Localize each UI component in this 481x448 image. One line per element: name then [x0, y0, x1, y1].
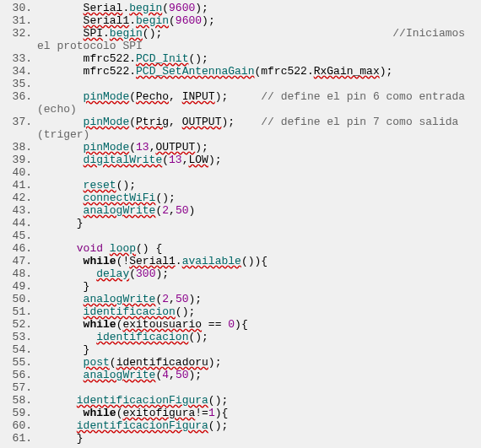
code-line[interactable]: 40.	[0, 166, 481, 179]
code-content[interactable]: analogWrite(2,50)	[37, 204, 481, 217]
code-content[interactable]: identificacion();	[37, 331, 481, 343]
code-content[interactable]: Serial.begin(9600);	[37, 2, 481, 14]
line-number: 38.	[0, 141, 37, 154]
line-number: 49.	[0, 280, 37, 293]
code-line[interactable]: 49. }	[0, 280, 481, 293]
code-content[interactable]	[37, 78, 481, 90]
line-number: 37.	[0, 116, 37, 141]
code-line[interactable]: 37. pinMode(Ptrig, OUTPUT); // define el…	[0, 116, 481, 141]
code-line[interactable]: 39. digitalWrite(13,LOW);	[0, 154, 481, 166]
code-content[interactable]: identificacion();	[37, 305, 481, 318]
code-line[interactable]: 56. analogWrite(4,50);	[0, 369, 481, 381]
line-number: 42.	[0, 192, 37, 204]
code-line[interactable]: 54. }	[0, 343, 481, 356]
code-line[interactable]: 45.	[0, 229, 481, 242]
code-content[interactable]: mfrc522.PCD_Init();	[37, 52, 481, 65]
code-content[interactable]: }	[37, 343, 481, 356]
code-line[interactable]: 30. Serial.begin(9600);	[0, 2, 481, 14]
code-line[interactable]: 33. mfrc522.PCD_Init();	[0, 52, 481, 65]
code-content[interactable]: while(exitousuario == 0){	[37, 318, 481, 331]
code-content[interactable]: identificacionFigura();	[37, 419, 481, 432]
code-line[interactable]: 55. post(identificadoru);	[0, 356, 481, 369]
line-number: 56.	[0, 369, 37, 381]
code-content[interactable]: }	[37, 432, 481, 445]
code-line[interactable]: 31. Serial1.begin(9600);	[0, 14, 481, 27]
code-editor[interactable]: 30. Serial.begin(9600);31. Serial1.begin…	[0, 0, 481, 446]
line-number: 57.	[0, 381, 37, 394]
code-line[interactable]: 32. SPI.begin(); //Iniciamos el protocol…	[0, 27, 481, 52]
code-line[interactable]: 41. reset();	[0, 179, 481, 192]
code-content[interactable]: identificacionFigura();	[37, 394, 481, 407]
code-line[interactable]: 38. pinMode(13,OUTPUT);	[0, 141, 481, 154]
line-number: 44.	[0, 217, 37, 229]
line-number: 52.	[0, 318, 37, 331]
code-content[interactable]: analogWrite(2,50);	[37, 293, 481, 305]
line-number: 33.	[0, 52, 37, 65]
code-content[interactable]: delay(300);	[37, 267, 481, 280]
line-number: 55.	[0, 356, 37, 369]
code-line[interactable]: 61. }	[0, 432, 481, 445]
line-number: 32.	[0, 27, 37, 52]
code-content[interactable]: connectWiFi();	[37, 192, 481, 204]
code-line[interactable]: 53. identificacion();	[0, 331, 481, 343]
code-line[interactable]: 47. while(!Serial1.available()){	[0, 255, 481, 267]
line-number: 53.	[0, 331, 37, 343]
line-number: 34.	[0, 65, 37, 78]
code-content[interactable]: void loop() {	[37, 242, 481, 255]
line-number: 31.	[0, 14, 37, 27]
code-line[interactable]: 44. }	[0, 217, 481, 229]
code-content[interactable]: digitalWrite(13,LOW);	[37, 154, 481, 166]
line-number: 58.	[0, 394, 37, 407]
code-content[interactable]: Serial1.begin(9600);	[37, 14, 481, 27]
code-content[interactable]: while(exitofigura!=1){	[37, 407, 481, 419]
line-number: 54.	[0, 343, 37, 356]
code-line[interactable]: 57.	[0, 381, 481, 394]
code-line[interactable]: 52. while(exitousuario == 0){	[0, 318, 481, 331]
line-number: 46.	[0, 242, 37, 255]
code-content[interactable]: while(!Serial1.available()){	[37, 255, 481, 267]
code-line[interactable]: 59. while(exitofigura!=1){	[0, 407, 481, 419]
code-line[interactable]: 48. delay(300);	[0, 267, 481, 280]
code-line[interactable]: 36. pinMode(Pecho, INPUT); // define el …	[0, 90, 481, 116]
code-content[interactable]: pinMode(Ptrig, OUTPUT); // define el pin…	[37, 116, 481, 141]
line-number: 61.	[0, 432, 37, 445]
line-number: 40.	[0, 166, 37, 179]
code-content[interactable]	[37, 229, 481, 242]
code-content[interactable]: pinMode(13,OUTPUT);	[37, 141, 481, 154]
code-line[interactable]: 58. identificacionFigura();	[0, 394, 481, 407]
line-number: 47.	[0, 255, 37, 267]
code-content[interactable]: reset();	[37, 179, 481, 192]
code-content[interactable]: post(identificadoru);	[37, 356, 481, 369]
code-content[interactable]: SPI.begin(); //Iniciamos el protocolo SP…	[37, 27, 481, 52]
line-number: 50.	[0, 293, 37, 305]
line-number: 35.	[0, 78, 37, 90]
code-line[interactable]: 60. identificacionFigura();	[0, 419, 481, 432]
code-content[interactable]	[37, 381, 481, 394]
line-number: 36.	[0, 90, 37, 116]
code-content[interactable]: }	[37, 280, 481, 293]
code-content[interactable]	[37, 166, 481, 179]
code-content[interactable]: mfrc522.PCD_SetAntennaGain(mfrc522.RxGai…	[37, 65, 481, 78]
code-line[interactable]: 43. analogWrite(2,50)	[0, 204, 481, 217]
code-line[interactable]: 35.	[0, 78, 481, 90]
line-number: 51.	[0, 305, 37, 318]
code-line[interactable]: 42. connectWiFi();	[0, 192, 481, 204]
line-number: 41.	[0, 179, 37, 192]
line-number: 48.	[0, 267, 37, 280]
code-content[interactable]: pinMode(Pecho, INPUT); // define el pin …	[37, 90, 481, 116]
code-content[interactable]: }	[37, 217, 481, 229]
line-number: 45.	[0, 229, 37, 242]
code-content[interactable]: analogWrite(4,50);	[37, 369, 481, 381]
code-line[interactable]: 34. mfrc522.PCD_SetAntennaGain(mfrc522.R…	[0, 65, 481, 78]
line-number: 39.	[0, 154, 37, 166]
code-line[interactable]: 50. analogWrite(2,50);	[0, 293, 481, 305]
line-number: 43.	[0, 204, 37, 217]
line-number: 30.	[0, 2, 37, 14]
code-line[interactable]: 46. void loop() {	[0, 242, 481, 255]
line-number: 59.	[0, 407, 37, 419]
code-line[interactable]: 51. identificacion();	[0, 305, 481, 318]
line-number: 60.	[0, 419, 37, 432]
